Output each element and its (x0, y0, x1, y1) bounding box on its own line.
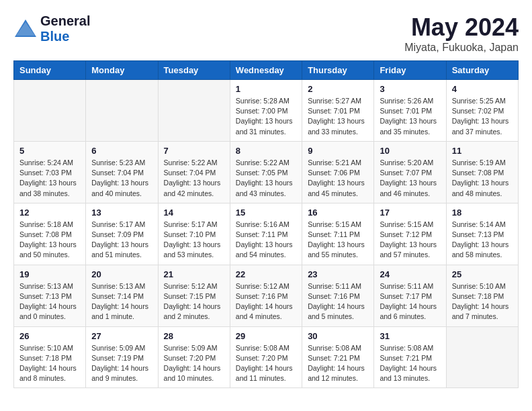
day-number: 19 (19, 269, 80, 279)
calendar-cell: 25Sunrise: 5:10 AM Sunset: 7:18 PM Dayli… (446, 265, 518, 326)
calendar-week-row: 12Sunrise: 5:18 AM Sunset: 7:08 PM Dayli… (14, 203, 519, 265)
calendar-table: SundayMondayTuesdayWednesdayThursdayFrid… (13, 60, 519, 388)
day-number: 6 (91, 146, 152, 156)
calendar-cell: 5Sunrise: 5:24 AM Sunset: 7:03 PM Daylig… (14, 141, 86, 203)
calendar-cell: 21Sunrise: 5:12 AM Sunset: 7:15 PM Dayli… (158, 265, 230, 326)
calendar-cell: 8Sunrise: 5:22 AM Sunset: 7:05 PM Daylig… (230, 141, 302, 203)
calendar-cell (14, 80, 86, 142)
calendar-cell: 17Sunrise: 5:15 AM Sunset: 7:12 PM Dayli… (374, 203, 446, 265)
day-info: Sunrise: 5:22 AM Sunset: 7:04 PM Dayligh… (164, 158, 224, 199)
calendar-cell: 30Sunrise: 5:08 AM Sunset: 7:21 PM Dayli… (302, 326, 374, 388)
day-number: 4 (452, 84, 513, 94)
day-info: Sunrise: 5:17 AM Sunset: 7:09 PM Dayligh… (91, 220, 152, 261)
day-number: 18 (452, 208, 513, 218)
calendar-cell: 12Sunrise: 5:18 AM Sunset: 7:08 PM Dayli… (14, 203, 86, 265)
month-title: May 2024 (404, 13, 519, 42)
calendar-header-row: SundayMondayTuesdayWednesdayThursdayFrid… (14, 61, 519, 80)
weekday-header-friday: Friday (374, 61, 446, 80)
day-number: 23 (308, 269, 368, 279)
day-info: Sunrise: 5:13 AM Sunset: 7:14 PM Dayligh… (91, 281, 152, 322)
day-number: 7 (164, 146, 224, 156)
calendar-cell: 27Sunrise: 5:09 AM Sunset: 7:19 PM Dayli… (86, 326, 158, 388)
day-number: 17 (380, 208, 440, 218)
day-number: 26 (19, 331, 80, 341)
day-number: 31 (380, 331, 440, 341)
calendar-cell: 10Sunrise: 5:20 AM Sunset: 7:07 PM Dayli… (374, 141, 446, 203)
calendar-week-row: 5Sunrise: 5:24 AM Sunset: 7:03 PM Daylig… (14, 141, 519, 203)
day-number: 1 (236, 84, 296, 94)
calendar-cell (446, 326, 518, 388)
day-info: Sunrise: 5:20 AM Sunset: 7:07 PM Dayligh… (380, 158, 440, 199)
day-number: 20 (91, 269, 152, 279)
day-info: Sunrise: 5:28 AM Sunset: 7:00 PM Dayligh… (236, 96, 296, 137)
logo-text: General Blue (40, 13, 90, 44)
day-info: Sunrise: 5:17 AM Sunset: 7:10 PM Dayligh… (164, 220, 224, 261)
day-info: Sunrise: 5:10 AM Sunset: 7:18 PM Dayligh… (452, 281, 513, 322)
calendar-cell: 15Sunrise: 5:16 AM Sunset: 7:11 PM Dayli… (230, 203, 302, 265)
title-block: May 2024 Miyata, Fukuoka, Japan (404, 13, 519, 54)
calendar-cell: 13Sunrise: 5:17 AM Sunset: 7:09 PM Dayli… (86, 203, 158, 265)
day-info: Sunrise: 5:08 AM Sunset: 7:21 PM Dayligh… (308, 343, 368, 384)
weekday-header-thursday: Thursday (302, 61, 374, 80)
svg-marker-2 (16, 22, 35, 36)
weekday-header-sunday: Sunday (14, 61, 86, 80)
calendar-cell: 6Sunrise: 5:23 AM Sunset: 7:04 PM Daylig… (86, 141, 158, 203)
day-info: Sunrise: 5:21 AM Sunset: 7:06 PM Dayligh… (308, 158, 368, 199)
day-number: 25 (452, 269, 513, 279)
calendar-cell: 22Sunrise: 5:12 AM Sunset: 7:16 PM Dayli… (230, 265, 302, 326)
day-info: Sunrise: 5:27 AM Sunset: 7:01 PM Dayligh… (308, 96, 368, 137)
day-number: 24 (380, 269, 440, 279)
day-info: Sunrise: 5:14 AM Sunset: 7:13 PM Dayligh… (452, 220, 513, 261)
day-number: 8 (236, 146, 296, 156)
day-number: 15 (236, 208, 296, 218)
calendar-cell: 14Sunrise: 5:17 AM Sunset: 7:10 PM Dayli… (158, 203, 230, 265)
calendar-cell: 20Sunrise: 5:13 AM Sunset: 7:14 PM Dayli… (86, 265, 158, 326)
calendar-cell: 16Sunrise: 5:15 AM Sunset: 7:11 PM Dayli… (302, 203, 374, 265)
weekday-header-tuesday: Tuesday (158, 61, 230, 80)
calendar-cell: 28Sunrise: 5:09 AM Sunset: 7:20 PM Dayli… (158, 326, 230, 388)
day-info: Sunrise: 5:12 AM Sunset: 7:16 PM Dayligh… (236, 281, 296, 322)
day-number: 29 (236, 331, 296, 341)
calendar-cell: 9Sunrise: 5:21 AM Sunset: 7:06 PM Daylig… (302, 141, 374, 203)
day-info: Sunrise: 5:16 AM Sunset: 7:11 PM Dayligh… (236, 220, 296, 261)
day-number: 9 (308, 146, 368, 156)
logo: General Blue (13, 13, 90, 44)
location-title: Miyata, Fukuoka, Japan (404, 42, 519, 54)
calendar-cell: 1Sunrise: 5:28 AM Sunset: 7:00 PM Daylig… (230, 80, 302, 142)
calendar-cell: 2Sunrise: 5:27 AM Sunset: 7:01 PM Daylig… (302, 80, 374, 142)
day-number: 16 (308, 208, 368, 218)
day-info: Sunrise: 5:13 AM Sunset: 7:13 PM Dayligh… (19, 281, 80, 322)
calendar-week-row: 1Sunrise: 5:28 AM Sunset: 7:00 PM Daylig… (14, 80, 519, 142)
calendar-cell: 11Sunrise: 5:19 AM Sunset: 7:08 PM Dayli… (446, 141, 518, 203)
weekday-header-saturday: Saturday (446, 61, 518, 80)
calendar-cell (158, 80, 230, 142)
day-info: Sunrise: 5:09 AM Sunset: 7:19 PM Dayligh… (91, 343, 152, 384)
day-info: Sunrise: 5:08 AM Sunset: 7:21 PM Dayligh… (380, 343, 440, 384)
day-info: Sunrise: 5:18 AM Sunset: 7:08 PM Dayligh… (19, 220, 80, 261)
weekday-header-monday: Monday (86, 61, 158, 80)
day-info: Sunrise: 5:19 AM Sunset: 7:08 PM Dayligh… (452, 158, 513, 199)
calendar-week-row: 26Sunrise: 5:10 AM Sunset: 7:18 PM Dayli… (14, 326, 519, 388)
day-number: 30 (308, 331, 368, 341)
day-number: 3 (380, 84, 440, 94)
calendar-cell: 23Sunrise: 5:11 AM Sunset: 7:16 PM Dayli… (302, 265, 374, 326)
day-number: 11 (452, 146, 513, 156)
day-info: Sunrise: 5:12 AM Sunset: 7:15 PM Dayligh… (164, 281, 224, 322)
weekday-header-wednesday: Wednesday (230, 61, 302, 80)
day-number: 22 (236, 269, 296, 279)
day-number: 27 (91, 331, 152, 341)
day-info: Sunrise: 5:15 AM Sunset: 7:11 PM Dayligh… (308, 220, 368, 261)
calendar-week-row: 19Sunrise: 5:13 AM Sunset: 7:13 PM Dayli… (14, 265, 519, 326)
day-info: Sunrise: 5:10 AM Sunset: 7:18 PM Dayligh… (19, 343, 80, 384)
day-number: 10 (380, 146, 440, 156)
day-info: Sunrise: 5:11 AM Sunset: 7:17 PM Dayligh… (380, 281, 440, 322)
calendar-cell: 4Sunrise: 5:25 AM Sunset: 7:02 PM Daylig… (446, 80, 518, 142)
calendar-cell: 31Sunrise: 5:08 AM Sunset: 7:21 PM Dayli… (374, 326, 446, 388)
calendar-cell: 3Sunrise: 5:26 AM Sunset: 7:01 PM Daylig… (374, 80, 446, 142)
page-header: General Blue May 2024 Miyata, Fukuoka, J… (13, 13, 519, 54)
day-number: 14 (164, 208, 224, 218)
day-number: 5 (19, 146, 80, 156)
day-info: Sunrise: 5:24 AM Sunset: 7:03 PM Dayligh… (19, 158, 80, 199)
calendar-cell: 24Sunrise: 5:11 AM Sunset: 7:17 PM Dayli… (374, 265, 446, 326)
day-number: 21 (164, 269, 224, 279)
